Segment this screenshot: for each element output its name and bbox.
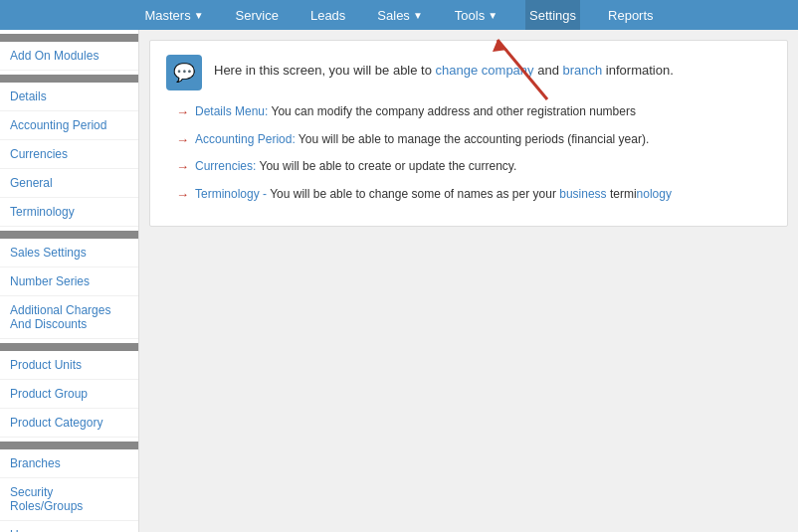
sidebar-item-details[interactable]: Details <box>0 83 138 111</box>
sidebar-item-sales-settings[interactable]: Sales Settings <box>0 239 138 267</box>
info-point-2-text: Accounting Period: You will be able to m… <box>195 130 649 148</box>
top-navigation: Masters ▼ Service Leads Sales ▼ Tools ▼ … <box>0 0 798 30</box>
info-point-3: → Currencies: You will be able to create… <box>176 157 771 177</box>
bullet-arrow-1: → <box>176 102 189 122</box>
nav-sales-arrow: ▼ <box>413 10 423 21</box>
sidebar-section-header-2 <box>0 75 138 83</box>
sidebar-item-security-roles[interactable]: Security Roles/Groups <box>0 478 138 521</box>
info-box: 💬 Here in this screen, you will be able … <box>149 40 788 227</box>
nav-reports-label: Reports <box>608 8 654 23</box>
sidebar-item-terminology[interactable]: Terminology <box>0 198 138 227</box>
info-point-1: → Details Menu: You can modify the compa… <box>176 102 771 122</box>
nav-sales[interactable]: Sales ▼ <box>373 0 426 30</box>
nav-service-label: Service <box>236 8 279 23</box>
sidebar-section-header-1 <box>0 34 138 42</box>
sidebar: Add On Modules Details Accounting Period… <box>0 30 139 532</box>
nav-tools-arrow: ▼ <box>488 10 498 21</box>
sidebar-item-general[interactable]: General <box>0 169 138 198</box>
nav-reports[interactable]: Reports <box>604 0 658 30</box>
nav-settings-label: Settings <box>529 8 576 23</box>
info-point-4: → Terminology - You will be able to chan… <box>176 185 771 205</box>
bullet-arrow-3: → <box>176 157 189 177</box>
info-points-list: → Details Menu: You can modify the compa… <box>176 102 771 204</box>
bullet-arrow-4: → <box>176 185 189 205</box>
sidebar-section-header-3 <box>0 231 138 239</box>
info-intro-text: Here in this screen, you will be able to… <box>214 55 674 81</box>
nav-settings[interactable]: Settings <box>525 0 580 30</box>
nav-masters-label: Masters <box>144 8 190 23</box>
sidebar-item-number-series[interactable]: Number Series <box>0 267 138 296</box>
nav-sales-label: Sales <box>377 8 410 23</box>
sidebar-item-currencies[interactable]: Currencies <box>0 140 138 169</box>
bullet-arrow-2: → <box>176 130 189 150</box>
sidebar-item-product-category[interactable]: Product Category <box>0 409 138 438</box>
sidebar-item-additional-charges[interactable]: Additional Charges And Discounts <box>0 296 138 339</box>
nav-service[interactable]: Service <box>232 0 283 30</box>
chat-icon: 💬 <box>166 55 202 90</box>
nav-tools[interactable]: Tools ▼ <box>451 0 501 30</box>
sidebar-item-users[interactable]: Users <box>0 521 138 532</box>
sidebar-item-branches[interactable]: Branches <box>0 449 138 478</box>
info-point-1-text: Details Menu: You can modify the company… <box>195 102 636 120</box>
nav-leads[interactable]: Leads <box>306 0 349 30</box>
page-layout: Add On Modules Details Accounting Period… <box>0 30 798 532</box>
info-header: 💬 Here in this screen, you will be able … <box>166 55 771 90</box>
sidebar-item-addon-modules[interactable]: Add On Modules <box>0 42 138 71</box>
nav-tools-label: Tools <box>455 8 485 23</box>
sidebar-section-header-5 <box>0 442 138 449</box>
info-point-4-text: Terminology - You will be able to change… <box>195 185 672 203</box>
nav-leads-label: Leads <box>310 8 345 23</box>
sidebar-item-product-units[interactable]: Product Units <box>0 351 138 380</box>
sidebar-item-accounting-period[interactable]: Accounting Period <box>0 111 138 140</box>
info-point-2: → Accounting Period: You will be able to… <box>176 130 771 150</box>
sidebar-item-product-group[interactable]: Product Group <box>0 380 138 409</box>
nav-masters-arrow: ▼ <box>194 10 204 21</box>
sidebar-section-header-4 <box>0 343 138 351</box>
info-point-3-text: Currencies: You will be able to create o… <box>195 157 516 175</box>
nav-masters[interactable]: Masters ▼ <box>140 0 207 30</box>
main-content: 💬 Here in this screen, you will be able … <box>139 30 798 532</box>
